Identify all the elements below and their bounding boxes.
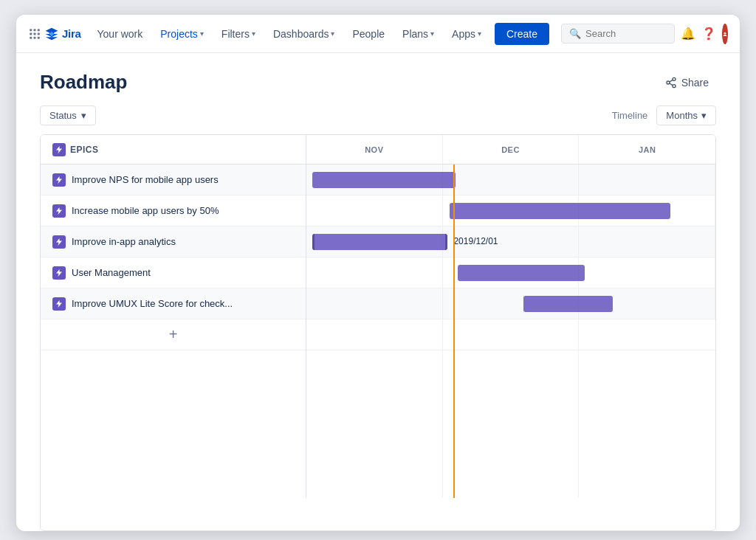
avatar[interactable]	[722, 24, 728, 44]
nav-your-work[interactable]: Your work	[90, 24, 151, 44]
search-box[interactable]: 🔍	[561, 24, 675, 44]
gantt-row: 2019/12/01	[306, 226, 715, 257]
page-title: Roadmap	[40, 71, 127, 94]
nav-filters[interactable]: Filters ▾	[214, 24, 263, 44]
list-item[interactable]: Improve in-app analytics	[41, 226, 306, 257]
filters-chevron-icon: ▾	[252, 30, 255, 38]
epic-icon	[52, 204, 66, 218]
epic-icon	[52, 297, 66, 311]
nav-plans[interactable]: Plans ▾	[395, 24, 441, 44]
list-item[interactable]: Improve UMUX Lite Score for check...	[41, 288, 306, 319]
svg-point-11	[724, 32, 726, 34]
nav-people[interactable]: People	[345, 24, 392, 44]
gantt-col	[579, 257, 715, 288]
svg-rect-8	[38, 36, 40, 38]
navbar: Jira Your work Projects ▾ Filters ▾ Dash…	[16, 15, 740, 53]
gantt-col	[306, 165, 443, 195]
status-chevron-icon: ▾	[81, 110, 86, 121]
svg-rect-7	[34, 36, 36, 38]
projects-chevron-icon: ▾	[200, 30, 204, 38]
gantt-col	[579, 165, 715, 195]
svg-rect-1	[34, 29, 36, 31]
gantt-col	[443, 257, 580, 288]
svg-rect-3	[30, 32, 32, 35]
nav-projects[interactable]: Projects ▾	[153, 24, 211, 44]
list-item[interactable]: Increase mobile app users by 50%	[41, 195, 306, 226]
gantt-row	[306, 165, 715, 195]
gantt-col	[306, 257, 443, 288]
gantt-col	[579, 350, 715, 498]
gantt-col	[443, 350, 580, 498]
svg-line-17	[669, 80, 673, 82]
status-filter-button[interactable]: Status ▾	[40, 105, 96, 125]
gantt-col	[306, 195, 443, 226]
epic-name: Improve NPS for mobile app users	[72, 174, 219, 185]
help-button[interactable]: ❓	[701, 22, 716, 46]
gantt-col	[579, 226, 715, 257]
nav-dashboards[interactable]: Dashboards ▾	[266, 24, 343, 44]
toolbar: Status ▾ Timeline Months ▾	[40, 105, 716, 125]
gantt-col	[579, 288, 715, 319]
svg-rect-0	[30, 29, 32, 31]
nav-apps[interactable]: Apps ▾	[444, 24, 489, 44]
share-label: Share	[681, 77, 709, 89]
epic-header-icon	[52, 143, 66, 156]
svg-rect-5	[38, 32, 40, 35]
add-epic-button[interactable]: +	[41, 319, 306, 350]
svg-rect-6	[30, 36, 32, 38]
gantt-col	[443, 226, 580, 257]
gantt-col	[443, 195, 580, 226]
svg-line-16	[669, 83, 673, 86]
list-item[interactable]: Improve NPS for mobile app users	[41, 165, 306, 195]
page-header: Roadmap Share	[40, 71, 716, 94]
plans-chevron-icon: ▾	[430, 30, 434, 38]
month-jan: JAN	[579, 135, 715, 164]
svg-point-13	[673, 77, 676, 80]
add-row-gantt	[306, 319, 715, 350]
epic-name: Improve UMUX Lite Score for check...	[72, 298, 233, 309]
jira-logo[interactable]: Jira	[44, 27, 81, 41]
months-button[interactable]: Months ▾	[656, 105, 716, 125]
search-input[interactable]	[585, 28, 667, 39]
months-chevron-icon: ▾	[701, 110, 707, 121]
epic-name: User Management	[72, 267, 151, 278]
create-button[interactable]: Create	[495, 23, 549, 45]
epic-icon	[52, 173, 66, 187]
month-dec: DEC	[443, 135, 580, 164]
gantt-panel: NOV DEC JAN	[306, 135, 715, 498]
svg-rect-4	[34, 32, 36, 35]
share-button[interactable]: Share	[658, 72, 716, 93]
svg-point-15	[673, 84, 676, 87]
gantt-col	[306, 319, 443, 350]
gantt-col	[443, 319, 580, 350]
left-empty-area	[41, 350, 306, 498]
app-name: Jira	[62, 27, 81, 40]
epic-name: Improve in-app analytics	[72, 236, 176, 247]
gantt-row	[306, 195, 715, 226]
gantt-empty-area	[306, 350, 715, 498]
month-header-row: NOV DEC JAN	[306, 135, 715, 165]
svg-rect-2	[38, 29, 40, 31]
gantt-col	[306, 288, 443, 319]
main-content: Roadmap Share Status ▾ Timeline Months ▾	[16, 53, 740, 531]
grid-menu-icon[interactable]	[28, 24, 41, 44]
gantt-col	[306, 350, 443, 498]
timeline-controls: Timeline Months ▾	[612, 105, 716, 125]
gantt-row	[306, 288, 715, 319]
apps-chevron-icon: ▾	[478, 30, 481, 38]
gantt-col	[579, 195, 715, 226]
notifications-button[interactable]: 🔔	[681, 22, 695, 46]
month-nov: NOV	[306, 135, 443, 164]
gantt-row	[306, 257, 715, 288]
app-window: Jira Your work Projects ▾ Filters ▾ Dash…	[16, 15, 740, 531]
gantt-col	[579, 319, 715, 350]
roadmap-table: Epics Improve NPS for mobile app users	[40, 134, 716, 531]
list-item[interactable]: User Management	[41, 257, 306, 288]
gantt-col	[443, 288, 580, 319]
epic-icon	[52, 235, 66, 249]
today-line	[453, 165, 455, 498]
roadmap-grid: Epics Improve NPS for mobile app users	[41, 135, 715, 498]
gantt-col	[443, 165, 580, 195]
epic-icon	[52, 266, 66, 280]
epic-name: Increase mobile app users by 50%	[72, 205, 219, 216]
